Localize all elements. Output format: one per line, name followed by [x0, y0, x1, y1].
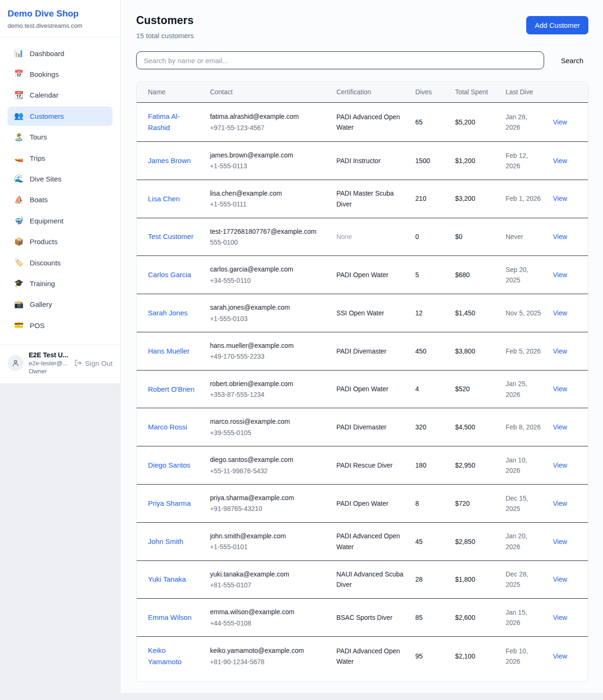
view-customer-link[interactable]: View — [553, 538, 567, 545]
view-customer-link[interactable]: View — [553, 652, 567, 660]
view-customer-link[interactable]: View — [553, 576, 567, 583]
customer-last-dive: Feb 5, 2026 — [505, 347, 541, 355]
products-icon: 📦 — [14, 237, 24, 247]
view-customer-link[interactable]: View — [553, 461, 567, 469]
view-customer-link[interactable]: View — [553, 157, 567, 165]
sidebar-item-boats[interactable]: ⛵ Boats — [8, 190, 113, 209]
customer-last-dive: Sep 20, 2025 — [505, 266, 528, 284]
customer-name-link[interactable]: Priya Sharma — [148, 499, 191, 507]
customer-dives: 8 — [416, 500, 419, 507]
customer-dives: 45 — [416, 538, 423, 545]
customer-name-link[interactable]: James Brown — [148, 156, 191, 165]
customer-email: carlos.garcia@example.com — [210, 264, 325, 274]
view-customer-link[interactable]: View — [553, 195, 567, 202]
column-header-name: Name — [137, 82, 204, 103]
customer-phone: +971-55-123-4567 — [210, 123, 325, 133]
customer-dives: 320 — [416, 423, 426, 431]
customer-dives: 65 — [416, 118, 423, 126]
customer-certification: PADI Open Water — [336, 500, 388, 507]
customer-last-dive: Jan 10, 2026 — [505, 456, 527, 474]
sidebar-item-label: Dashboard — [30, 49, 64, 58]
customer-total-spent: $2,850 — [455, 538, 475, 545]
customer-name-link[interactable]: Marco Rossi — [148, 423, 187, 431]
customer-phone: +1-555-0113 — [210, 161, 325, 171]
sidebar-item-tours[interactable]: 🏝️ Tours — [8, 128, 113, 147]
sidebar-item-label: Tours — [30, 132, 47, 142]
view-customer-link[interactable]: View — [553, 500, 567, 507]
customer-certification: PADI Rescue Diver — [336, 461, 393, 469]
sidebar-item-calendar[interactable]: 📆 Calendar — [8, 86, 113, 105]
customer-name-link[interactable]: Emma Wilson — [148, 613, 192, 621]
customer-dives: 28 — [416, 576, 423, 583]
customer-name-link[interactable]: Fatima Al-Rashid — [148, 112, 180, 132]
table-row: Test Customer test-1772681807767@example… — [137, 218, 588, 256]
sidebar-item-label: POS — [30, 321, 45, 330]
customer-table-body: Fatima Al-Rashid fatima.alrashid@example… — [137, 103, 588, 676]
view-customer-link[interactable]: View — [553, 423, 567, 431]
customer-name-link[interactable]: Diego Santos — [148, 461, 190, 469]
customer-name-link[interactable]: Hans Mueller — [148, 347, 189, 355]
customer-email: fatima.alrashid@example.com — [210, 111, 325, 122]
sidebar-item-label: Gallery — [30, 299, 52, 309]
sidebar-item-discounts[interactable]: 🏷️ Discounts — [8, 253, 113, 272]
customer-phone: +44-555-0108 — [210, 618, 325, 628]
search-input[interactable] — [136, 51, 544, 69]
customer-total-spent: $680 — [455, 271, 470, 279]
search-button[interactable]: Search — [556, 53, 588, 68]
view-customer-link[interactable]: View — [553, 347, 567, 355]
customer-name-link[interactable]: Keiko Yamamoto — [148, 646, 181, 666]
customer-phone: +34-555-0110 — [210, 275, 325, 286]
customer-certification: NAUI Advanced Scuba Diver — [336, 570, 403, 588]
sidebar-item-customers[interactable]: 👥 Customers — [8, 107, 113, 125]
column-header-dives: Dives — [410, 82, 449, 103]
customer-last-dive: Dec 28, 2025 — [505, 570, 528, 588]
customer-name-link[interactable]: John Smith — [148, 537, 183, 545]
sidebar-item-training[interactable]: 🎓 Training — [8, 274, 113, 293]
customer-certification: PADI Master Scuba Diver — [336, 189, 394, 207]
customer-name-link[interactable]: Test Customer — [148, 232, 194, 240]
customer-total-spent: $1,450 — [455, 309, 475, 317]
customer-last-dive: Dec 15, 2025 — [505, 494, 528, 512]
customer-total-spent: $4,500 — [455, 423, 475, 431]
customer-dives: 5 — [416, 271, 419, 279]
view-customer-link[interactable]: View — [553, 614, 567, 621]
customer-phone: +81-555-0107 — [210, 580, 325, 590]
shop-title: Demo Dive Shop — [8, 8, 113, 19]
view-customer-link[interactable]: View — [553, 233, 567, 240]
sidebar-item-equipment[interactable]: 🤿 Equipment — [8, 211, 113, 230]
view-customer-link[interactable]: View — [553, 385, 567, 393]
customer-name-link[interactable]: Yuki Tanaka — [148, 575, 186, 583]
customer-total-spent: $2,600 — [455, 614, 475, 621]
customer-total-spent: $720 — [455, 500, 470, 507]
customer-total-spent: $5,200 — [455, 118, 475, 126]
view-customer-link[interactable]: View — [553, 118, 567, 126]
sign-out-button[interactable]: Sign Out — [74, 359, 113, 367]
customer-last-dive: Jan 28, 2026 — [505, 113, 527, 131]
sign-out-label: Sign Out — [85, 359, 113, 367]
column-header-total-spent: Total Spent — [449, 82, 500, 103]
add-customer-button[interactable]: Add Customer — [526, 16, 588, 34]
customer-phone: +81-90-1234-5678 — [210, 657, 325, 667]
sidebar-item-dashboard[interactable]: 📊 Dashboard — [8, 44, 113, 63]
user-role: Owner — [29, 368, 68, 375]
bookings-icon: 📅 — [14, 69, 24, 79]
customer-email: lisa.chen@example.com — [210, 188, 325, 198]
view-customer-link[interactable]: View — [553, 271, 567, 279]
customer-dives: 180 — [416, 461, 426, 469]
sidebar-item-label: Calendar — [30, 90, 58, 100]
sidebar-item-pos[interactable]: 💳 POS — [8, 316, 113, 335]
sidebar-item-gallery[interactable]: 📸 Gallery — [8, 295, 113, 314]
sidebar-item-trips[interactable]: 🚤 Trips — [8, 148, 113, 167]
customer-name-link[interactable]: Robert O'Brien — [148, 385, 195, 393]
customer-dives: 0 — [416, 233, 419, 240]
sidebar-item-products[interactable]: 📦 Products — [8, 232, 113, 251]
table-row: Hans Mueller hans.mueller@example.com +4… — [137, 332, 588, 370]
sidebar-item-dive-sites[interactable]: 🌊 Dive Sites — [8, 169, 113, 188]
user-email: e2e-tester@... — [29, 360, 68, 367]
customer-name-link[interactable]: Sarah Jones — [148, 309, 187, 317]
customer-name-link[interactable]: Carlos Garcia — [148, 271, 191, 279]
customer-email: james.brown@example.com — [210, 150, 325, 160]
customer-name-link[interactable]: Lisa Chen — [148, 195, 180, 203]
sidebar-item-bookings[interactable]: 📅 Bookings — [8, 65, 113, 83]
view-customer-link[interactable]: View — [553, 309, 567, 317]
